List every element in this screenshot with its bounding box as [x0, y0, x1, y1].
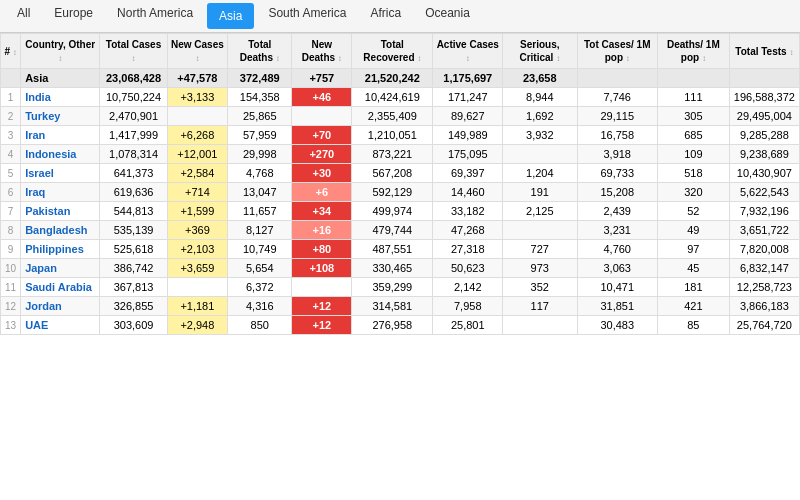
tab-europe[interactable]: Europe [42, 0, 105, 32]
data-cell: 479,744 [352, 221, 433, 240]
table-row: 9Philippines525,618+2,10310,749+80487,55… [1, 240, 800, 259]
data-cell: +3,133 [167, 88, 227, 107]
data-cell: 5,622,543 [729, 183, 799, 202]
country-cell[interactable]: Iran [21, 126, 100, 145]
data-cell: 592,129 [352, 183, 433, 202]
data-cell: 10,749 [228, 240, 292, 259]
table-row: 6Iraq619,636+71413,047+6592,12914,460191… [1, 183, 800, 202]
data-cell: +369 [167, 221, 227, 240]
data-cell [292, 107, 352, 126]
data-cell: +6 [292, 183, 352, 202]
table-row: 2Turkey2,470,90125,8652,355,40989,6271,6… [1, 107, 800, 126]
data-cell: 5,654 [228, 259, 292, 278]
data-cell: 69,733 [577, 164, 657, 183]
col-header-country-other[interactable]: Country, Other ↕ [21, 34, 100, 69]
data-cell: 4,760 [577, 240, 657, 259]
tab-all[interactable]: All [5, 0, 42, 32]
data-cell [503, 316, 577, 335]
data-cell: 29,495,004 [729, 107, 799, 126]
data-cell: 10,424,619 [352, 88, 433, 107]
data-cell: 3,866,183 [729, 297, 799, 316]
data-cell: 33,182 [433, 202, 503, 221]
country-link[interactable]: Philippines [25, 243, 84, 255]
country-link[interactable]: Saudi Arabia [25, 281, 92, 293]
data-cell: 386,742 [100, 259, 167, 278]
table-row: 7Pakistan544,813+1,59911,657+34499,97433… [1, 202, 800, 221]
col-header-deaths-1m-pop[interactable]: Deaths/ 1M pop ↕ [657, 34, 729, 69]
data-cell: 149,989 [433, 126, 503, 145]
data-cell: 25,865 [228, 107, 292, 126]
col-header-total-cases[interactable]: Total Cases ↕ [100, 34, 167, 69]
data-cell: 29,998 [228, 145, 292, 164]
data-cell: 499,974 [352, 202, 433, 221]
data-cell: 314,581 [352, 297, 433, 316]
data-cell: 352 [503, 278, 577, 297]
data-cell: 154,358 [228, 88, 292, 107]
country-cell[interactable]: Indonesia [21, 145, 100, 164]
data-cell: 685 [657, 126, 729, 145]
table-row: 12Jordan326,855+1,1814,316+12314,5817,95… [1, 297, 800, 316]
tab-south-america[interactable]: South America [256, 0, 358, 32]
country-link[interactable]: Pakistan [25, 205, 70, 217]
data-cell: 29,115 [577, 107, 657, 126]
country-link[interactable]: Turkey [25, 110, 60, 122]
data-cell: 3 [1, 126, 21, 145]
country-cell[interactable]: Bangladesh [21, 221, 100, 240]
data-cell [167, 278, 227, 297]
country-cell[interactable]: Philippines [21, 240, 100, 259]
country-cell[interactable]: Saudi Arabia [21, 278, 100, 297]
data-cell: +80 [292, 240, 352, 259]
country-cell[interactable]: Jordan [21, 297, 100, 316]
data-cell [167, 107, 227, 126]
col-header-total-tests[interactable]: Total Tests ↕ [729, 34, 799, 69]
data-cell: +34 [292, 202, 352, 221]
tab-africa[interactable]: Africa [358, 0, 413, 32]
country-link[interactable]: Jordan [25, 300, 62, 312]
country-cell[interactable]: Pakistan [21, 202, 100, 221]
data-cell: +3,659 [167, 259, 227, 278]
country-link[interactable]: Bangladesh [25, 224, 87, 236]
col-header-new-deaths[interactable]: New Deaths ↕ [292, 34, 352, 69]
col-header-new-cases[interactable]: New Cases ↕ [167, 34, 227, 69]
country-link[interactable]: Japan [25, 262, 57, 274]
data-cell: 7,746 [577, 88, 657, 107]
country-cell[interactable]: Iraq [21, 183, 100, 202]
data-cell: 320 [657, 183, 729, 202]
country-link[interactable]: Israel [25, 167, 54, 179]
table-row: 10Japan386,742+3,6595,654+108330,46550,6… [1, 259, 800, 278]
country-cell[interactable]: Japan [21, 259, 100, 278]
tab-north-america[interactable]: North America [105, 0, 205, 32]
data-cell: 525,618 [100, 240, 167, 259]
col-header-active-cases[interactable]: Active Cases ↕ [433, 34, 503, 69]
data-cell: 7,958 [433, 297, 503, 316]
col-header-total-recovered[interactable]: Total Recovered ↕ [352, 34, 433, 69]
country-link[interactable]: Indonesia [25, 148, 76, 160]
country-cell[interactable]: UAE [21, 316, 100, 335]
col-header-tot-cases-1m-pop[interactable]: Tot Cases/ 1M pop ↕ [577, 34, 657, 69]
data-cell: 10,430,907 [729, 164, 799, 183]
country-link[interactable]: India [25, 91, 51, 103]
data-cell: 535,139 [100, 221, 167, 240]
col-header-serious-critical[interactable]: Serious, Critical ↕ [503, 34, 577, 69]
country-link[interactable]: Iran [25, 129, 45, 141]
tab-asia[interactable]: Asia [207, 3, 254, 29]
data-cell: 25,801 [433, 316, 503, 335]
data-cell [503, 145, 577, 164]
data-cell: 7,820,008 [729, 240, 799, 259]
data-cell: +30 [292, 164, 352, 183]
data-cell: +2,103 [167, 240, 227, 259]
country-cell[interactable]: Israel [21, 164, 100, 183]
col-header-total-deaths[interactable]: Total Deaths ↕ [228, 34, 292, 69]
data-cell: +108 [292, 259, 352, 278]
country-link[interactable]: UAE [25, 319, 48, 331]
data-cell: 330,465 [352, 259, 433, 278]
data-cell: 3,932 [503, 126, 577, 145]
data-cell: 1,078,314 [100, 145, 167, 164]
data-cell: 2,142 [433, 278, 503, 297]
col-header-#[interactable]: # ↕ [1, 34, 21, 69]
country-cell[interactable]: Turkey [21, 107, 100, 126]
data-cell: +6,268 [167, 126, 227, 145]
country-link[interactable]: Iraq [25, 186, 45, 198]
country-cell[interactable]: India [21, 88, 100, 107]
tab-oceania[interactable]: Oceania [413, 0, 482, 32]
